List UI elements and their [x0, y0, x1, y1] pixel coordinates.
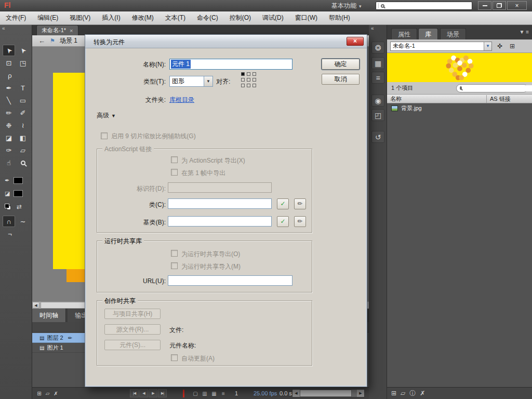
- registration-point[interactable]: [247, 78, 250, 82]
- pen-tool[interactable]: ✒: [3, 82, 15, 94]
- base-class-field[interactable]: [168, 216, 272, 227]
- menu-window[interactable]: 窗口(W): [289, 11, 323, 24]
- library-document-select[interactable]: 未命名-1 ▼: [390, 42, 492, 51]
- ink-bottle-tool[interactable]: ◧: [17, 132, 29, 143]
- edit-multi-frame-button[interactable]: ≡: [219, 390, 228, 397]
- back-arrow-icon[interactable]: ←: [38, 37, 45, 45]
- eraser-tool[interactable]: ▱: [17, 144, 29, 156]
- free-transform-tool[interactable]: ⊡: [3, 57, 15, 69]
- scroll-left-button[interactable]: ◀: [32, 302, 39, 309]
- pencil-tool[interactable]: ✏: [3, 107, 15, 118]
- dialog-titlebar[interactable]: 转换为元件: [85, 35, 367, 48]
- restore-button[interactable]: [493, 1, 506, 10]
- new-symbol-button[interactable]: ⊞: [391, 390, 396, 397]
- library-search-box[interactable]: [456, 84, 528, 92]
- last-frame-button[interactable]: ▶|: [158, 389, 167, 397]
- registration-point[interactable]: [241, 84, 245, 87]
- prev-frame-button[interactable]: ◀: [139, 389, 148, 397]
- registration-point[interactable]: [252, 84, 256, 87]
- paint-bucket-tool[interactable]: ◪: [3, 132, 15, 143]
- transform-panel-icon[interactable]: ◰: [371, 109, 384, 121]
- scroll-right-button[interactable]: ▶: [357, 390, 364, 397]
- timeline-scrollbar[interactable]: ◀ ▶: [292, 389, 365, 397]
- onion-skin-button[interactable]: ▥: [201, 390, 209, 397]
- library-search-input[interactable]: [464, 85, 532, 91]
- minimize-button[interactable]: [478, 1, 491, 10]
- brush-tool[interactable]: ✐: [17, 107, 29, 118]
- frame-rate[interactable]: 25.00 fps: [254, 390, 277, 396]
- menu-edit[interactable]: 编辑(E): [32, 11, 64, 24]
- history-panel-icon[interactable]: ↺: [371, 131, 384, 143]
- line-tool[interactable]: ╲: [3, 95, 15, 106]
- delete-layer-button[interactable]: ✗: [52, 390, 60, 397]
- tab-scene[interactable]: 场景: [440, 28, 466, 39]
- color-panel-icon[interactable]: ❂: [371, 42, 384, 54]
- scroll-left-button[interactable]: ◀: [292, 390, 300, 397]
- first-frame-button[interactable]: |◀: [130, 389, 139, 397]
- default-colors-button[interactable]: [5, 204, 11, 210]
- rectangle-tool[interactable]: ▭: [17, 95, 29, 106]
- close-button[interactable]: ×: [507, 1, 527, 10]
- info-panel-icon[interactable]: ◉: [371, 95, 384, 107]
- straighten-button[interactable]: ¬: [4, 228, 16, 240]
- menu-text[interactable]: 文本(T): [159, 11, 191, 24]
- scroll-thumb[interactable]: [41, 302, 85, 309]
- registration-point-grid[interactable]: [241, 72, 256, 87]
- menu-debug[interactable]: 调试(D): [257, 11, 289, 24]
- search-input[interactable]: [387, 3, 470, 9]
- panel-menu-icon[interactable]: ▼ ≡: [519, 29, 529, 35]
- column-as-linkage[interactable]: AS 链接: [486, 95, 532, 103]
- tab-properties[interactable]: 属性: [391, 28, 417, 39]
- column-name[interactable]: 名称: [387, 95, 486, 103]
- menu-view[interactable]: 视图(V): [64, 11, 96, 24]
- library-root-link[interactable]: 库根目录: [169, 96, 194, 104]
- collapse-tools-icon[interactable]: «: [0, 25, 32, 33]
- menu-file[interactable]: 文件(F): [0, 11, 32, 24]
- registration-point[interactable]: [241, 78, 245, 82]
- zoom-tool[interactable]: [17, 157, 29, 168]
- registration-point[interactable]: [252, 72, 256, 76]
- selection-tool[interactable]: ➤: [3, 45, 15, 56]
- text-tool[interactable]: T: [17, 82, 29, 94]
- edit-class-button[interactable]: ✏: [294, 198, 306, 209]
- center-frame-button[interactable]: ▢: [191, 390, 200, 397]
- app-search-box[interactable]: [376, 2, 472, 10]
- stage-shape-yellow-rectangle[interactable]: [53, 73, 87, 269]
- item-properties-button[interactable]: ⓘ: [409, 389, 416, 398]
- subselection-tool[interactable]: ➤: [17, 45, 29, 56]
- play-button[interactable]: ▶: [149, 389, 157, 397]
- menu-insert[interactable]: 插入(I): [96, 11, 126, 24]
- new-folder-button[interactable]: ▱: [401, 390, 405, 397]
- edit-base-button[interactable]: ✏: [294, 216, 306, 227]
- new-folder-button[interactable]: ▱: [44, 390, 51, 397]
- ok-button[interactable]: 确定: [322, 59, 360, 70]
- close-tab-icon[interactable]: ×: [70, 28, 73, 34]
- menu-modify[interactable]: 修改(M): [126, 11, 159, 24]
- stroke-color-swatch[interactable]: [14, 177, 23, 184]
- document-tab[interactable]: 未命名-1* ×: [36, 25, 78, 35]
- onion-outline-button[interactable]: ▦: [210, 390, 218, 397]
- registration-point[interactable]: [247, 84, 250, 87]
- smooth-button[interactable]: ∼: [17, 216, 29, 227]
- tab-timeline[interactable]: 时间轴: [32, 309, 66, 322]
- list-item[interactable]: 背景.jpg: [387, 103, 532, 113]
- deco-tool[interactable]: ❉: [3, 119, 15, 131]
- swap-colors-button[interactable]: ⇄: [17, 203, 23, 210]
- gradient-transform-tool[interactable]: ◳: [17, 57, 29, 69]
- snap-magnet-button[interactable]: ∩: [3, 216, 15, 227]
- swatches-panel-icon[interactable]: ▦: [371, 57, 384, 69]
- symbol-name-field[interactable]: 元件 1: [169, 59, 292, 70]
- dialog-close-button[interactable]: ×: [347, 37, 364, 46]
- fill-color-swatch[interactable]: [14, 190, 23, 197]
- registration-point[interactable]: [241, 72, 245, 76]
- tab-library[interactable]: 库: [418, 28, 438, 39]
- layer-name[interactable]: 图片 1: [47, 344, 63, 352]
- hand-tool[interactable]: ☝: [3, 157, 15, 168]
- menu-help[interactable]: 帮助(H): [323, 11, 356, 24]
- validate-class-button[interactable]: ✓: [277, 198, 289, 209]
- layer-name[interactable]: 图层 2: [47, 334, 63, 342]
- new-layer-button[interactable]: ⊞: [35, 390, 43, 397]
- menu-commands[interactable]: 命令(C): [191, 11, 224, 24]
- new-library-panel-icon[interactable]: ⊞: [508, 42, 517, 50]
- cancel-button[interactable]: 取消: [322, 74, 360, 85]
